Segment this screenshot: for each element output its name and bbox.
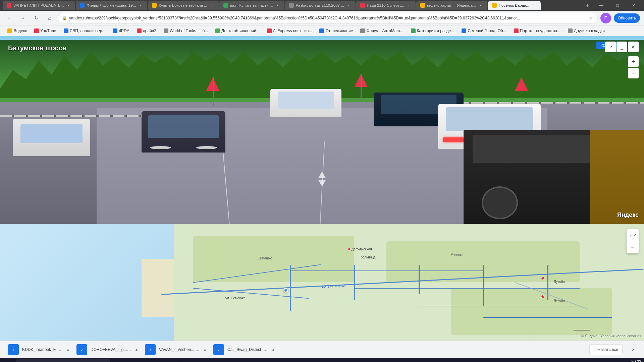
share-button[interactable]: ↗ [605,42,616,52]
volume-icon[interactable] [573,359,585,362]
tab-close-tab6[interactable]: × [406,3,412,8]
bookmark-bm6[interactable]: World of Tanks — б... [160,26,211,35]
tab-tab3[interactable]: Купить Боковые зеркала ...× [148,1,219,10]
download-chevron-dl2[interactable]: ▲ [135,348,138,351]
bookmark-favicon-bm14 [568,28,573,33]
tab-tab5[interactable]: Разбираю ваз 2110,2007 ...× [285,1,356,10]
bookmark-bm3[interactable]: СВП, аэролиссер... [60,26,109,35]
expand-button[interactable]: ⎯ [616,42,627,52]
move-backward-arrow[interactable] [318,180,326,186]
bookmark-favicon-bm13 [514,28,519,33]
start-button[interactable] [3,359,15,362]
map-poi-hospital[interactable]: Дагомысская [348,247,372,251]
bookmark-bm2[interactable]: YouTube [31,26,59,35]
map-zoom-in-button[interactable]: + ⤢ [627,229,639,241]
download-item-dl4[interactable]: ♪Cali_Swag_District....mp▲ [211,343,278,356]
map-road-h4 [483,317,612,318]
bookmark-label-bm12: Сетевой Город, Об... [468,28,506,33]
close-panorama-button[interactable]: ✕ [628,42,639,52]
back-button[interactable]: ← [4,13,15,23]
new-tab-button[interactable]: + [583,1,592,10]
tab-tab2[interactable]: Фильм Чудо-женщина: 19...× [76,1,147,10]
bookmark-bm1[interactable]: Яндекс [4,26,30,35]
show-all-downloads-button[interactable]: Показать все [589,344,623,355]
bookmark-star-icon[interactable]: ☆ [589,15,593,21]
tab-title-tab8: Посёлок Варда... [499,3,529,7]
tab-close-tab1[interactable]: × [66,3,71,8]
tab-title-tab3: Купить Боковые зеркала ... [159,3,207,7]
tab-favicon-tab2 [80,3,85,8]
tab-close-tab8[interactable]: × [531,3,537,8]
bookmark-label-bm4: 4PDA [119,28,129,33]
address-bar[interactable]: 🔒 yandex.ru/maps/239/sochi/geo/posyolok_… [58,13,598,23]
bookmark-bm14[interactable]: Другие закладки [565,26,608,35]
download-item-dl3[interactable]: ♪VAVAN_-_Vecheri....mp3▲ [142,343,209,356]
download-chevron-dl1[interactable]: ▲ [66,348,70,351]
map-river [535,247,535,341]
bookmark-bm11[interactable]: Категории и разде... [408,26,458,35]
bookmark-favicon-bm5 [137,28,142,33]
task-view-button[interactable] [111,359,123,362]
chrome-browser-icon[interactable] [152,359,164,362]
bookmark-label-bm9: Отслеживание [325,28,353,33]
download-info-dl2: DOROFEEVA_-_g....mp3 [91,347,131,352]
download-item-dl2[interactable]: ♪DOROFEEVA_-_g....mp3▲ [74,343,141,356]
panorama-zoom-out[interactable]: − [628,68,639,78]
bookmark-bm10[interactable]: Форум - АвтоМаст... [357,26,407,35]
bookmark-label-bm7: Доска объявлений... [221,28,259,33]
close-download-bar-button[interactable]: × [628,344,639,355]
bookmark-bm12[interactable]: Сетевой Город, Об... [458,26,509,35]
close-button[interactable]: ✕ [626,0,641,11]
map-zoom-out-button[interactable]: − [627,241,639,253]
tab-close-tab7[interactable]: × [478,3,483,8]
bookmark-bm4[interactable]: 4PDA [109,26,132,35]
map-view[interactable]: Дагомысская больница Сёмашко Успенка ул.… [0,224,644,341]
panorama-controls: ↗ ⎯ ✕ [605,42,639,52]
bookmark-favicon-bm4 [113,28,117,33]
home-button[interactable]: ⌂ [44,13,55,23]
download-item-dl1[interactable]: ♪KDDK_Imanbek_F....mp3▲ [5,343,72,356]
bookmark-label-bm10: Форум - АвтоМаст... [366,28,403,33]
tab-close-tab5[interactable]: × [346,3,352,8]
tab-tab4[interactable]: ваз - Купить запчасти ...× [219,1,284,10]
tab-tab7[interactable]: яндекс карты — Яндекс к...× [416,1,487,10]
map-road-h3 [419,306,580,306]
bookmark-favicon-bm3 [64,28,68,33]
edge-browser-icon[interactable] [125,359,137,362]
update-button[interactable]: Обновить [614,13,640,23]
sword-app-icon[interactable] [165,359,177,362]
bookmark-bm13[interactable]: Портал государства... [511,26,564,35]
map-road-v3 [419,265,420,294]
download-chevron-dl4[interactable]: ▲ [272,348,275,351]
panorama-zoom-in[interactable]: + [628,56,639,67]
bookmark-bm7[interactable]: Доска объявлений... [212,26,263,35]
refresh-button[interactable]: ↻ [31,13,42,23]
profile-button[interactable]: F [600,13,611,23]
tab-close-tab4[interactable]: × [275,3,280,8]
bookmark-favicon-bm11 [411,28,416,33]
bookmark-bm5[interactable]: драйв2 [133,26,160,35]
tab-close-tab3[interactable]: × [209,3,215,8]
system-clock: 20:33 22.02.2021 [621,359,641,362]
map-road-v1 [290,265,291,311]
tab-title-tab6: Лада 2110 Суперту... [367,3,404,7]
panorama-view[interactable]: Батумское шоссе 2020 ▼ ↗ ⎯ ✕ + − Яндекс [0,36,644,224]
move-forward-arrow[interactable] [318,172,326,178]
battery-icon[interactable] [587,359,599,362]
maximize-button[interactable]: □ [610,0,625,11]
bookmark-bm8[interactable]: AliExpress.com - ин... [264,26,316,35]
download-chevron-dl3[interactable]: ▲ [203,348,207,351]
forward-button[interactable]: → [17,13,28,23]
bookmark-bm9[interactable]: Отслеживание [316,26,356,35]
network-icon[interactable] [558,359,570,362]
tab-tab6[interactable]: Лада 2110 Суперту...× [356,1,416,10]
file-explorer-icon[interactable] [138,359,150,362]
tab-close-tab2[interactable]: × [138,3,143,8]
tab-favicon-tab1 [7,3,11,8]
minimize-button[interactable]: — [594,0,609,11]
tab-tab8[interactable]: Посёлок Варда...× [488,1,541,10]
taskbar-search[interactable]: 🔍 [16,359,110,362]
map-road-h2 [354,288,580,289]
tab-tab1[interactable]: ЗАПРЕТИЛИ ПРОДАВАТЬ...× [3,1,75,10]
bookmark-favicon-bm8 [267,28,272,33]
